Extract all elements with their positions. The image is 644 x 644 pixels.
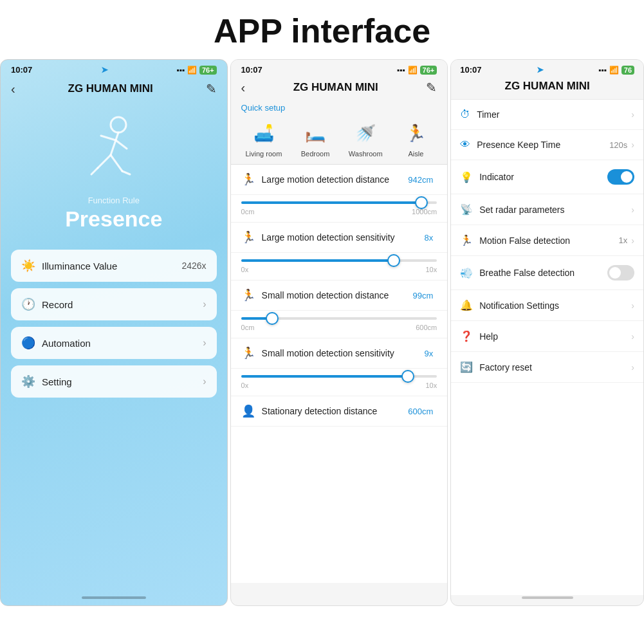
indicator-label: Indicator	[479, 172, 607, 182]
automation-card[interactable]: 🔵 Automation ›	[11, 327, 217, 359]
small-sensitivity-row: 🏃 Small motion detection sensitivity 9x	[231, 338, 448, 369]
phone2-wifi-icon: 📶	[408, 66, 418, 75]
person-figure-icon	[78, 113, 149, 190]
small-sensitivity-title: Small motion detection sensitivity	[262, 348, 394, 358]
large-distance-icon: 🏃	[241, 172, 255, 187]
motion-false-row[interactable]: 🏃 Motion False detection 1x ›	[451, 225, 643, 256]
large-distance-slider[interactable]: 0cm 1000cm	[231, 195, 448, 223]
phone1-edit-icon[interactable]: ✎	[206, 81, 217, 97]
stationary-distance-title: Stationary detection distance	[262, 406, 378, 416]
phone1-hero: Function Rule Presence	[1, 100, 227, 238]
phone3-items-list: ⏱ Timer › 👁 Presence Keep Time 120s › 💡 …	[451, 100, 643, 595]
small-distance-value: 99cm	[412, 291, 433, 300]
aisle-label: Aisle	[408, 150, 423, 158]
quick-setup-label: Quick setup	[231, 99, 448, 115]
small-sensitivity-slider[interactable]: 0x 10x	[231, 369, 448, 396]
notification-settings-row[interactable]: 🔔 Notification Settings ›	[451, 290, 643, 321]
room-icons-bar: 🛋️ Living room 🛏️ Bedroom 🚿 Washroom 🏃 A…	[231, 115, 448, 165]
presence-keep-label: Presence Keep Time	[477, 140, 609, 150]
illuminance-card: ☀️ Illuminance Value 2426x	[11, 250, 217, 282]
presence-keep-arrow-icon: ›	[631, 140, 634, 150]
breathe-false-row[interactable]: 💨 Breathe False detection	[451, 256, 643, 290]
phone3-battery: 76	[621, 66, 634, 75]
record-icon: 🕐	[21, 297, 35, 311]
stationary-distance-value: 600cm	[408, 407, 433, 416]
room-item-aisle[interactable]: 🏃 Aisle	[399, 119, 432, 158]
phone2-nav-bar: ‹ ZG HUMAN MINI ✎	[231, 77, 448, 99]
presence-label: Presence	[65, 207, 162, 232]
presence-keep-time-row[interactable]: 👁 Presence Keep Time 120s ›	[451, 130, 643, 160]
svg-line-1	[111, 133, 118, 155]
stationary-distance-icon: 👤	[241, 404, 255, 418]
factory-reset-arrow-icon: ›	[631, 362, 634, 373]
timer-label: Timer	[477, 109, 631, 120]
small-distance-slider[interactable]: 0cm 600cm	[231, 311, 448, 338]
record-card[interactable]: 🕐 Record ›	[11, 288, 217, 320]
small-distance-title: Small motion detection distance	[262, 290, 389, 300]
phone2-battery: 76+	[420, 66, 437, 75]
phone1-nav-title: ZG HUMAN MINI	[15, 82, 206, 95]
page-title-text: APP interface	[0, 0, 644, 59]
phone2-edit-icon[interactable]: ✎	[426, 80, 437, 95]
phone1-cards: ☀️ Illuminance Value 2426x 🕐 Record › 🔵 …	[1, 238, 227, 398]
large-sensitivity-value: 8x	[424, 233, 433, 243]
illuminance-value: 2426x	[181, 261, 206, 271]
radar-params-row[interactable]: 📡 Set radar parameters ›	[451, 194, 643, 225]
phone3-signal-icon: ▪▪▪	[598, 66, 607, 75]
factory-reset-row[interactable]: 🔄 Factory reset ›	[451, 352, 643, 383]
phone2-signal-icon: ▪▪▪	[397, 66, 405, 75]
automation-icon: 🔵	[21, 336, 35, 350]
large-sensitivity-slider[interactable]: 0x 10x	[231, 253, 448, 281]
phone3-bottom-bar	[522, 596, 573, 599]
room-item-living[interactable]: 🛋️ Living room	[245, 119, 282, 158]
phone2-back-icon[interactable]: ‹	[241, 80, 246, 95]
indicator-icon: 💡	[460, 171, 473, 183]
phone1-back-icon[interactable]: ‹	[11, 82, 15, 97]
timer-icon: ⏱	[460, 109, 470, 120]
indicator-toggle[interactable]	[607, 169, 634, 185]
room-item-bedroom[interactable]: 🛏️ Bedroom	[299, 119, 332, 158]
help-label: Help	[479, 331, 631, 342]
phone2-screen: 10:07 ▪▪▪ 📶 76+ ‹ ZG HUMAN MINI ✎ Quick …	[230, 59, 448, 606]
phone2-nav-title: ZG HUMAN MINI	[245, 81, 426, 94]
stationary-distance-row: 👤 Stationary detection distance 600cm	[231, 396, 448, 427]
living-room-label: Living room	[245, 150, 282, 158]
svg-line-5	[111, 155, 122, 171]
large-distance-row: 🏃 Large motion detection distance 942cm	[231, 165, 448, 195]
phone1-battery: 76+	[199, 66, 217, 75]
large-sensitivity-row: 🏃 Large motion detection sensitivity 8x	[231, 223, 448, 253]
washroom-label: Washroom	[349, 150, 383, 158]
notification-arrow-icon: ›	[631, 300, 634, 311]
notification-label: Notification Settings	[479, 300, 631, 311]
indicator-row[interactable]: 💡 Indicator	[451, 160, 643, 194]
svg-line-6	[91, 168, 98, 174]
large-sensitivity-max: 10x	[425, 266, 437, 273]
room-item-washroom[interactable]: 🚿 Washroom	[349, 119, 383, 158]
breathe-false-icon: 💨	[460, 267, 473, 279]
phone1-signal-icon: ▪▪▪	[176, 66, 185, 75]
breathe-false-toggle[interactable]	[607, 265, 634, 281]
automation-label: Automation	[42, 338, 91, 349]
phone1-nav-bar: ‹ ZG HUMAN MINI ✎	[1, 77, 227, 100]
help-row[interactable]: ❓ Help ›	[451, 321, 643, 352]
timer-row[interactable]: ⏱ Timer ›	[451, 100, 643, 130]
large-distance-min: 0cm	[241, 208, 255, 216]
phone3-location-icon: ➤	[537, 65, 544, 75]
svg-point-0	[111, 117, 126, 133]
small-sensitivity-value: 9x	[424, 349, 433, 358]
setting-card[interactable]: ⚙️ Setting ›	[11, 365, 217, 398]
motion-false-icon: 🏃	[460, 234, 473, 246]
radar-arrow-icon: ›	[631, 205, 634, 215]
large-distance-value: 942cm	[408, 175, 433, 185]
breathe-false-label: Breathe False detection	[479, 268, 607, 278]
timer-arrow-icon: ›	[631, 109, 634, 120]
small-sensitivity-icon: 🏃	[241, 346, 255, 360]
small-distance-row: 🏃 Small motion detection distance 99cm	[231, 281, 448, 311]
factory-reset-label: Factory reset	[479, 362, 631, 373]
phone1-status-bar: 10:07 ➤ ▪▪▪ 📶 76+	[1, 60, 227, 77]
phone3-time: 10:07	[460, 65, 481, 75]
automation-arrow-icon: ›	[203, 337, 206, 349]
phone3-status-bar: 10:07 ➤ ▪▪▪ 📶 76	[451, 60, 643, 77]
phone3-nav-title: ZG HUMAN MINI	[451, 77, 643, 100]
presence-keep-value: 120s	[609, 140, 627, 150]
